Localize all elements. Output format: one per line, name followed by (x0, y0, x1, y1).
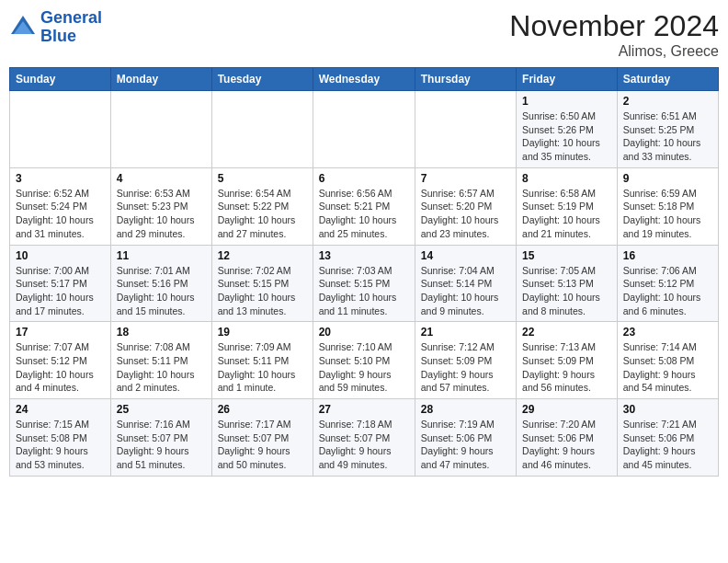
weekday-header-saturday: Saturday (617, 68, 718, 91)
calendar-cell: 5Sunrise: 6:54 AM Sunset: 5:22 PM Daylig… (211, 167, 313, 245)
logo-line1: General (40, 8, 102, 27)
day-number: 17 (16, 326, 105, 339)
calendar-cell: 25Sunrise: 7:16 AM Sunset: 5:07 PM Dayli… (110, 399, 211, 477)
calendar-cell: 15Sunrise: 7:05 AM Sunset: 5:13 PM Dayli… (517, 245, 618, 322)
logo-line2: Blue (40, 27, 76, 45)
day-info: Sunrise: 6:56 AM Sunset: 5:21 PM Dayligh… (319, 187, 409, 241)
calendar-cell: 3Sunrise: 6:52 AM Sunset: 5:24 PM Daylig… (10, 167, 111, 245)
day-number: 24 (16, 403, 105, 416)
calendar-cell: 28Sunrise: 7:19 AM Sunset: 5:06 PM Dayli… (415, 399, 516, 477)
calendar-cell: 13Sunrise: 7:03 AM Sunset: 5:15 PM Dayli… (313, 245, 415, 322)
calendar-cell: 16Sunrise: 7:06 AM Sunset: 5:12 PM Dayli… (617, 245, 718, 322)
day-info: Sunrise: 7:05 AM Sunset: 5:13 PM Dayligh… (522, 264, 611, 318)
calendar-cell (415, 91, 516, 168)
day-info: Sunrise: 7:00 AM Sunset: 5:17 PM Dayligh… (16, 264, 105, 318)
day-number: 27 (319, 403, 409, 416)
calendar-cell: 10Sunrise: 7:00 AM Sunset: 5:17 PM Dayli… (10, 245, 111, 322)
calendar-cell: 12Sunrise: 7:02 AM Sunset: 5:15 PM Dayli… (211, 245, 313, 322)
calendar-cell (110, 91, 211, 168)
day-number: 30 (623, 403, 712, 416)
calendar-header: SundayMondayTuesdayWednesdayThursdayFrid… (10, 68, 719, 91)
calendar-cell: 27Sunrise: 7:18 AM Sunset: 5:07 PM Dayli… (313, 399, 415, 477)
weekday-header-friday: Friday (517, 68, 618, 91)
day-number: 6 (319, 172, 409, 185)
day-number: 11 (117, 249, 206, 262)
logo: General Blue (9, 9, 102, 46)
day-number: 18 (117, 326, 206, 339)
calendar-cell: 14Sunrise: 7:04 AM Sunset: 5:14 PM Dayli… (415, 245, 516, 322)
calendar-cell: 6Sunrise: 6:56 AM Sunset: 5:21 PM Daylig… (313, 167, 415, 245)
day-info: Sunrise: 7:09 AM Sunset: 5:11 PM Dayligh… (218, 340, 307, 395)
day-number: 9 (623, 172, 712, 185)
calendar-week-1: 1Sunrise: 6:50 AM Sunset: 5:26 PM Daylig… (10, 91, 719, 168)
calendar-cell: 30Sunrise: 7:21 AM Sunset: 5:06 PM Dayli… (617, 399, 718, 477)
day-info: Sunrise: 6:52 AM Sunset: 5:24 PM Dayligh… (16, 187, 105, 241)
calendar-week-4: 17Sunrise: 7:07 AM Sunset: 5:12 PM Dayli… (10, 322, 719, 399)
calendar-week-3: 10Sunrise: 7:00 AM Sunset: 5:17 PM Dayli… (10, 245, 719, 322)
calendar-cell (10, 91, 111, 168)
day-info: Sunrise: 7:10 AM Sunset: 5:10 PM Dayligh… (319, 340, 409, 395)
day-number: 12 (218, 249, 307, 262)
calendar-cell: 24Sunrise: 7:15 AM Sunset: 5:08 PM Dayli… (10, 399, 111, 477)
day-number: 3 (16, 172, 105, 185)
logo-text: General Blue (40, 9, 102, 46)
day-info: Sunrise: 6:54 AM Sunset: 5:22 PM Dayligh… (218, 187, 307, 241)
calendar-cell: 7Sunrise: 6:57 AM Sunset: 5:20 PM Daylig… (415, 167, 516, 245)
calendar-table: SundayMondayTuesdayWednesdayThursdayFrid… (9, 67, 719, 477)
calendar-cell: 20Sunrise: 7:10 AM Sunset: 5:10 PM Dayli… (313, 322, 415, 399)
day-number: 10 (16, 249, 105, 262)
day-info: Sunrise: 7:01 AM Sunset: 5:16 PM Dayligh… (117, 264, 206, 318)
calendar-cell: 9Sunrise: 6:59 AM Sunset: 5:18 PM Daylig… (617, 167, 718, 245)
day-info: Sunrise: 7:07 AM Sunset: 5:12 PM Dayligh… (16, 340, 105, 395)
day-info: Sunrise: 7:14 AM Sunset: 5:08 PM Dayligh… (623, 340, 712, 395)
day-number: 25 (117, 403, 206, 416)
title-block: November 2024 Alimos, Greece (509, 9, 719, 60)
weekday-header-tuesday: Tuesday (211, 68, 313, 91)
day-number: 28 (421, 403, 510, 416)
calendar-cell: 19Sunrise: 7:09 AM Sunset: 5:11 PM Dayli… (211, 322, 313, 399)
day-info: Sunrise: 6:50 AM Sunset: 5:26 PM Dayligh… (522, 109, 611, 164)
weekday-header-thursday: Thursday (415, 68, 516, 91)
day-number: 13 (319, 249, 409, 262)
day-number: 7 (421, 172, 510, 185)
day-number: 1 (522, 95, 611, 108)
day-number: 8 (522, 172, 611, 185)
calendar-cell: 2Sunrise: 6:51 AM Sunset: 5:25 PM Daylig… (617, 91, 718, 168)
calendar-cell: 17Sunrise: 7:07 AM Sunset: 5:12 PM Dayli… (10, 322, 111, 399)
calendar-cell: 8Sunrise: 6:58 AM Sunset: 5:19 PM Daylig… (517, 167, 618, 245)
page-header: General Blue November 2024 Alimos, Greec… (9, 9, 719, 60)
day-info: Sunrise: 7:04 AM Sunset: 5:14 PM Dayligh… (421, 264, 510, 318)
location-subtitle: Alimos, Greece (509, 43, 719, 60)
calendar-week-2: 3Sunrise: 6:52 AM Sunset: 5:24 PM Daylig… (10, 167, 719, 245)
day-info: Sunrise: 7:17 AM Sunset: 5:07 PM Dayligh… (218, 418, 307, 472)
weekday-header-monday: Monday (110, 68, 211, 91)
day-number: 16 (623, 249, 712, 262)
day-number: 14 (421, 249, 510, 262)
calendar-cell: 18Sunrise: 7:08 AM Sunset: 5:11 PM Dayli… (110, 322, 211, 399)
calendar-cell (211, 91, 313, 168)
day-number: 2 (623, 95, 712, 108)
calendar-body: 1Sunrise: 6:50 AM Sunset: 5:26 PM Daylig… (10, 91, 719, 477)
day-number: 21 (421, 326, 510, 339)
calendar-week-5: 24Sunrise: 7:15 AM Sunset: 5:08 PM Dayli… (10, 399, 719, 477)
calendar-cell: 26Sunrise: 7:17 AM Sunset: 5:07 PM Dayli… (211, 399, 313, 477)
day-info: Sunrise: 7:12 AM Sunset: 5:09 PM Dayligh… (421, 340, 510, 395)
day-number: 23 (623, 326, 712, 339)
calendar-cell: 22Sunrise: 7:13 AM Sunset: 5:09 PM Dayli… (517, 322, 618, 399)
day-info: Sunrise: 7:15 AM Sunset: 5:08 PM Dayligh… (16, 418, 105, 472)
day-info: Sunrise: 7:13 AM Sunset: 5:09 PM Dayligh… (522, 340, 611, 395)
day-info: Sunrise: 7:19 AM Sunset: 5:06 PM Dayligh… (421, 418, 510, 472)
day-info: Sunrise: 7:21 AM Sunset: 5:06 PM Dayligh… (623, 418, 712, 472)
calendar-cell: 11Sunrise: 7:01 AM Sunset: 5:16 PM Dayli… (110, 245, 211, 322)
day-info: Sunrise: 6:53 AM Sunset: 5:23 PM Dayligh… (117, 187, 206, 241)
day-info: Sunrise: 6:59 AM Sunset: 5:18 PM Dayligh… (623, 187, 712, 241)
month-year-title: November 2024 (509, 9, 719, 43)
calendar-cell: 4Sunrise: 6:53 AM Sunset: 5:23 PM Daylig… (110, 167, 211, 245)
logo-icon (9, 14, 37, 41)
day-info: Sunrise: 7:16 AM Sunset: 5:07 PM Dayligh… (117, 418, 206, 472)
calendar-cell: 1Sunrise: 6:50 AM Sunset: 5:26 PM Daylig… (517, 91, 618, 168)
calendar-cell: 29Sunrise: 7:20 AM Sunset: 5:06 PM Dayli… (517, 399, 618, 477)
day-info: Sunrise: 6:51 AM Sunset: 5:25 PM Dayligh… (623, 109, 712, 164)
weekday-header-row: SundayMondayTuesdayWednesdayThursdayFrid… (10, 68, 719, 91)
day-info: Sunrise: 7:20 AM Sunset: 5:06 PM Dayligh… (522, 418, 611, 472)
